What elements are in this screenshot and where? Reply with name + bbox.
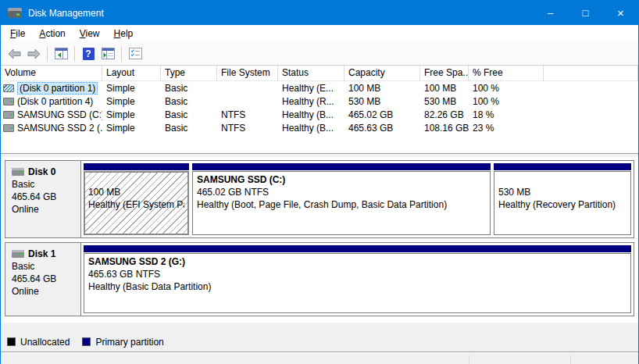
show-console-tree-icon[interactable]: [52, 45, 70, 62]
column-header-volume[interactable]: Volume: [1, 66, 102, 81]
primary-partition-band: [494, 163, 631, 170]
show-action-pane-icon[interactable]: [99, 45, 116, 62]
cell-type: Basic: [161, 109, 217, 120]
volume-icon: [3, 111, 14, 119]
disk-type: Basic: [12, 178, 80, 191]
legend-bar: Unallocated Primary partition: [1, 323, 638, 352]
legend-unallocated: Unallocated: [7, 337, 70, 348]
legend-label: Unallocated: [20, 337, 70, 348]
cell-capacity: 465.02 GB: [344, 109, 420, 120]
volume-name: (Disk 0 partition 1): [17, 82, 98, 95]
partition-efi-system[interactable]: 100 MB Healthy (EFI System Pa: [84, 163, 189, 235]
cell-status: Healthy (E...: [278, 83, 344, 94]
partition-status: Healthy (Recovery Partition): [498, 198, 627, 211]
primary-partition-swatch: [82, 337, 91, 346]
disk-size: 465.64 GB: [12, 191, 80, 203]
close-button[interactable]: ×: [603, 1, 638, 25]
toolbar: [1, 42, 638, 66]
menu-file[interactable]: File: [3, 27, 32, 41]
toolbar-separator: [74, 46, 75, 62]
volume-name: (Disk 0 partition 4): [17, 96, 93, 107]
cell-type: Basic: [161, 123, 217, 134]
partition-samsung-ssd-c[interactable]: SAMSUNG SSD (C:) 465.02 GB NTFS Healthy …: [192, 163, 491, 235]
disk-management-window: Disk Management – □ × File Action View H…: [0, 0, 639, 364]
disk-0-panel[interactable]: Disk 0 Basic 465.64 GB Online: [5, 161, 81, 237]
cell-capacity: 100 MB: [344, 83, 420, 94]
menu-help[interactable]: Help: [107, 27, 141, 41]
volume-icon: [3, 98, 14, 105]
disk-status: Online: [12, 203, 80, 216]
partition-recovery[interactable]: 530 MB Healthy (Recovery Partition): [494, 163, 631, 235]
volume-row-samsung-ssd-2[interactable]: SAMSUNG SSD 2 (... Simple Basic NTFS Hea…: [1, 121, 638, 134]
cell-file-system: NTFS: [217, 109, 278, 120]
disk-size: 465.64 GB: [12, 273, 80, 285]
disk-status: Online: [12, 285, 80, 298]
disk-1-block: Disk 1 Basic 465.64 GB Online SAMSUNG SS…: [5, 242, 634, 316]
volume-name: SAMSUNG SSD (C:): [17, 109, 102, 120]
partition-label: SAMSUNG SSD (C:): [197, 173, 486, 186]
partition-label: [88, 173, 184, 186]
partition-status: Healthy (Basic Data Partition): [88, 280, 627, 293]
column-header-capacity[interactable]: Capacity: [344, 66, 420, 81]
cell-pct-free: 23 %: [469, 123, 544, 134]
partition-samsung-ssd-2-g[interactable]: SAMSUNG SSD 2 (G:) 465.63 GB NTFS Health…: [84, 245, 631, 313]
primary-partition-band: [84, 163, 189, 170]
cell-type: Basic: [161, 96, 217, 107]
column-header-status[interactable]: Status: [278, 66, 344, 81]
unallocated-swatch: [7, 337, 16, 346]
cell-pct-free: 100 %: [469, 83, 544, 94]
disk-name: Disk 0: [28, 166, 55, 178]
window-title: Disk Management: [28, 8, 104, 19]
maximize-button[interactable]: □: [568, 1, 603, 25]
minimize-button[interactable]: –: [533, 1, 568, 25]
status-bar: [1, 352, 638, 364]
legend-primary-partition: Primary partition: [82, 337, 163, 348]
help-icon[interactable]: [80, 45, 97, 62]
volume-row-disk0-partition4[interactable]: (Disk 0 partition 4) Simple Basic Health…: [1, 95, 638, 108]
disk-type: Basic: [12, 260, 80, 273]
column-header-file-system[interactable]: File System: [217, 66, 278, 81]
status-bar-separator: [570, 355, 571, 364]
menu-view[interactable]: View: [73, 27, 107, 41]
cell-pct-free: 18 %: [469, 109, 544, 120]
cell-type: Basic: [161, 83, 217, 94]
disk-1-panel[interactable]: Disk 1 Basic 465.64 GB Online: [5, 243, 81, 316]
cell-capacity: 530 MB: [344, 96, 420, 107]
partition-status: Healthy (EFI System Pa: [88, 198, 184, 211]
cell-status: Healthy (R...: [278, 96, 344, 107]
volume-list-header: Volume Layout Type File System Status Ca…: [1, 66, 638, 81]
disk-management-icon: [8, 8, 22, 18]
primary-partition-band: [84, 245, 631, 252]
graphical-view: Disk 0 Basic 465.64 GB Online 100 MB Hea…: [1, 158, 638, 323]
cell-file-system: NTFS: [217, 123, 278, 134]
column-header-free-space[interactable]: Free Spa...: [420, 66, 469, 81]
cell-free-space: 82.26 GB: [420, 109, 469, 120]
customize-icon[interactable]: [127, 45, 144, 62]
partition-size: 530 MB: [498, 186, 627, 198]
column-header-layout[interactable]: Layout: [102, 66, 161, 81]
toolbar-separator: [47, 46, 48, 62]
cell-capacity: 465.63 GB: [344, 123, 420, 134]
cell-free-space: 100 MB: [420, 83, 469, 94]
partition-status: Healthy (Boot, Page File, Crash Dump, Ba…: [197, 198, 486, 211]
partition-icon: [3, 84, 14, 92]
partition-label: [498, 173, 627, 186]
column-header-pct-free[interactable]: % Free: [469, 66, 544, 81]
cell-free-space: 108.16 GB: [420, 123, 469, 134]
menu-action[interactable]: Action: [32, 27, 72, 41]
volume-row-samsung-ssd-c[interactable]: SAMSUNG SSD (C:) Simple Basic NTFS Healt…: [1, 108, 638, 121]
forward-arrow-icon[interactable]: [25, 45, 42, 62]
volume-list: Volume Layout Type File System Status Ca…: [1, 66, 638, 153]
cell-status: Healthy (B...: [278, 109, 344, 120]
partition-label: SAMSUNG SSD 2 (G:): [88, 255, 627, 268]
volume-row-disk0-partition1[interactable]: (Disk 0 partition 1) Simple Basic Health…: [1, 81, 638, 95]
back-arrow-icon[interactable]: [5, 45, 23, 62]
cell-layout: Simple: [102, 96, 161, 107]
disk-0-block: Disk 0 Basic 465.64 GB Online 100 MB Hea…: [5, 160, 634, 238]
cell-layout: Simple: [102, 123, 161, 134]
column-header-empty: [544, 66, 638, 81]
status-bar-separator: [469, 355, 469, 364]
disk-icon: [12, 250, 24, 258]
column-header-type[interactable]: Type: [161, 66, 217, 81]
menu-bar: File Action View Help: [1, 25, 638, 42]
